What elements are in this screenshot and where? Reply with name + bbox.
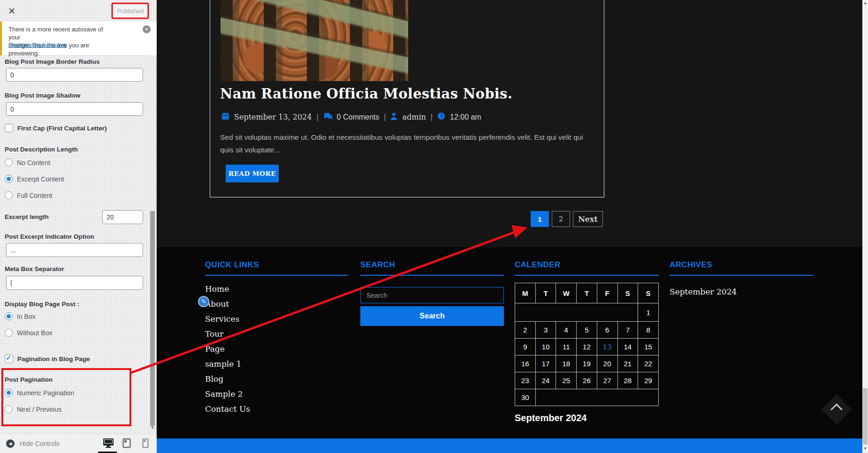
radio-icon[interactable]	[5, 389, 13, 397]
customizer-footer-bar: ◀ Hide Controls	[0, 434, 157, 453]
radio-icon[interactable]	[5, 405, 13, 413]
footer-calendar-column: CALENDER MTWTFSS123456789101112131415161…	[515, 260, 659, 423]
first-cap-row[interactable]: First Cap (First Capital Letter)	[5, 124, 107, 132]
display-post-radio-group: In BoxWithout Box	[5, 312, 52, 345]
blog-pagination: 12Next	[531, 211, 603, 227]
search-button[interactable]: Search	[360, 306, 504, 326]
heading-underline	[515, 275, 659, 276]
edit-shortcut-pencil-icon[interactable]: ✎	[198, 296, 209, 307]
radio-icon[interactable]	[5, 159, 13, 166]
heading-underline	[360, 275, 504, 276]
search-input[interactable]	[360, 287, 504, 303]
archive-link[interactable]: September 2024	[670, 287, 813, 296]
post-comments[interactable]: 0 Comments	[337, 113, 380, 121]
border-radius-input[interactable]	[6, 68, 143, 82]
radio-option[interactable]: Full Content	[5, 191, 64, 199]
excerpt-indicator-input[interactable]	[6, 243, 143, 257]
meta-separator-input[interactable]	[6, 276, 143, 290]
calendar-day[interactable]: 13	[597, 339, 617, 355]
radio-icon[interactable]	[5, 312, 13, 320]
radio-label: No Content	[17, 159, 50, 166]
calendar-pad-cell	[515, 303, 638, 322]
radio-option[interactable]: In Box	[5, 312, 52, 320]
calendar-day: 14	[617, 339, 638, 355]
scroll-down-icon[interactable]: ▼	[863, 446, 867, 451]
footer-link[interactable]: About	[205, 299, 349, 308]
calendar-weekday: W	[556, 283, 577, 303]
first-cap-label: First Cap (First Capital Letter)	[17, 125, 107, 132]
meta-separator: |	[431, 113, 433, 121]
footer-link[interactable]: Tour	[205, 329, 349, 338]
display-post-label: Display Blog Page Post :	[5, 301, 79, 308]
calendar-day: 6	[597, 322, 617, 339]
site-footer: QUICK LINKS ✎ HomeAboutServicesTourPages…	[157, 247, 862, 438]
tablet-preview-icon[interactable]	[122, 438, 131, 450]
dismiss-notice-icon[interactable]: ✕	[143, 25, 151, 33]
excerpt-length-input[interactable]	[102, 210, 143, 224]
radio-option[interactable]: Without Box	[5, 329, 52, 337]
calendar-icon	[221, 112, 229, 122]
border-radius-label: Blog Post Image Border Radius	[5, 58, 100, 65]
calendar-day: 26	[577, 372, 597, 389]
site-preview: Nam Ratione Officia Molestias Nobis. Sep…	[157, 0, 862, 453]
calendar-weekday: T	[577, 283, 597, 303]
post-featured-image[interactable]	[221, 0, 408, 81]
radio-icon[interactable]	[5, 329, 13, 337]
archives-list: September 2024	[670, 287, 813, 296]
scroll-up-icon[interactable]: ▲	[863, 1, 867, 5]
calendar-day: 21	[617, 355, 638, 372]
footer-link[interactable]: Blog	[205, 374, 349, 383]
customizer-controls: Blog Post Image Border Radius Blog Post …	[0, 55, 149, 433]
close-icon[interactable]: ✕	[5, 4, 19, 18]
post-author[interactable]: admin	[402, 113, 426, 121]
radio-label: Numeric Pagination	[17, 389, 74, 397]
read-more-button[interactable]: READ MORE	[226, 165, 279, 182]
sidebar-scrollbar-thumb[interactable]	[150, 211, 155, 426]
radio-option[interactable]: No Content	[5, 159, 64, 166]
calendar-day: 22	[638, 355, 659, 372]
pagination-toggle-row[interactable]: Pagination in Blog Page	[5, 355, 90, 363]
collapse-arrow-icon[interactable]: ◀	[6, 439, 15, 448]
pagination-next-button[interactable]: Next	[573, 211, 603, 227]
scrollbar-thumb[interactable]	[863, 388, 868, 445]
comments-icon	[323, 113, 332, 122]
calendar-day: 29	[638, 372, 659, 389]
quick-links-heading: QUICK LINKS	[205, 260, 349, 270]
calendar-day: 20	[597, 355, 617, 372]
hide-controls-label[interactable]: Hide Controls	[20, 440, 60, 447]
post-excerpt: Sed sit voluptas maxime ut. Odio et nece…	[220, 131, 597, 156]
footer-link[interactable]: Home	[205, 284, 349, 293]
post-date[interactable]: September 13, 2024	[234, 113, 312, 121]
radio-option[interactable]: Numeric Pagination	[5, 389, 74, 397]
footer-link[interactable]: sample 1	[205, 359, 349, 368]
footer-link[interactable]: Contact Us	[205, 404, 349, 413]
footer-link[interactable]: Sample 2	[205, 389, 349, 398]
radio-option[interactable]: Next / Previous	[5, 405, 74, 413]
calendar-day: 2	[515, 322, 536, 339]
calendar-day: 30	[515, 389, 536, 406]
pagination-page-2[interactable]: 2	[552, 211, 570, 227]
calendar-weekday: S	[617, 283, 638, 303]
radio-label: In Box	[17, 313, 36, 320]
publish-button[interactable]: Published	[113, 4, 148, 18]
image-shadow-label: Blog Post Image Shadow	[5, 92, 80, 99]
image-shadow-input[interactable]	[6, 102, 143, 116]
post-title[interactable]: Nam Ratione Officia Molestias Nobis.	[220, 86, 512, 102]
radio-icon[interactable]	[5, 191, 13, 199]
pagination-page-1[interactable]: 1	[531, 211, 549, 227]
footer-link[interactable]: Page	[205, 344, 349, 353]
mobile-preview-icon[interactable]	[142, 438, 149, 450]
browser-scrollbar[interactable]: ▲ ▼	[862, 0, 868, 453]
calendar-day: 23	[515, 372, 536, 389]
calendar-day: 16	[515, 355, 536, 372]
desktop-preview-icon[interactable]	[103, 438, 114, 450]
radio-icon[interactable]	[5, 175, 13, 183]
radio-option[interactable]: Excerpt Content	[5, 175, 64, 183]
post-time: 12:00 am	[450, 113, 481, 121]
first-cap-checkbox[interactable]	[5, 124, 13, 132]
footer-link[interactable]: Services	[205, 314, 349, 323]
pagination-toggle-checkbox[interactable]	[5, 355, 13, 363]
sidebar-scroll-down-icon[interactable]: ▼	[150, 425, 155, 430]
restore-autosave-link[interactable]: Restore the autosave	[8, 41, 67, 48]
sidebar-scrollbar[interactable]: ▼	[149, 55, 156, 433]
